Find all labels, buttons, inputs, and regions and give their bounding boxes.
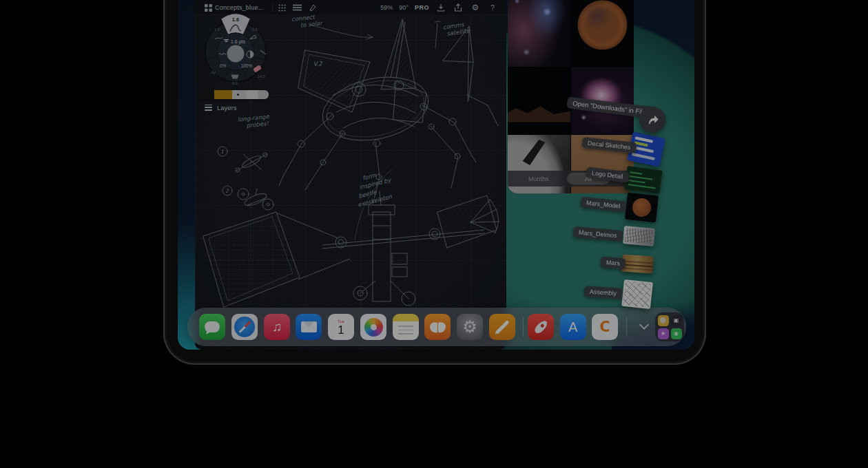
dock-icon-app-store[interactable]: A bbox=[560, 314, 586, 340]
annotation-marker-2: 2 bbox=[225, 188, 229, 194]
palette-selection-dot bbox=[237, 94, 239, 96]
drag-thumb-mars bbox=[621, 254, 654, 273]
drag-thumb-logo bbox=[624, 166, 663, 195]
dock-icon-photos[interactable] bbox=[360, 314, 386, 340]
rocket-icon bbox=[533, 319, 548, 334]
dock-icon-rocket-app[interactable] bbox=[528, 314, 554, 340]
speech-bubble-icon bbox=[205, 321, 220, 332]
drag-item-label: Mars bbox=[600, 257, 626, 269]
mini-app-tips: ⚪ bbox=[658, 315, 669, 326]
annotation-version: V.2 bbox=[313, 60, 322, 67]
chevron-down-icon bbox=[639, 320, 649, 330]
concepts-c-icon: C bbox=[599, 319, 610, 335]
toolbar-divider bbox=[272, 3, 273, 12]
music-note-icon: ♫ bbox=[272, 319, 282, 334]
months-tab[interactable]: Months bbox=[528, 176, 549, 182]
drag-thumb-assembly bbox=[621, 279, 653, 309]
mini-app-star: ★ bbox=[658, 328, 669, 339]
import-icon[interactable] bbox=[435, 2, 446, 13]
segment-size-eraser: 14.5 bbox=[258, 74, 265, 78]
segment-size-left: 1.3 bbox=[214, 28, 220, 32]
dock-icon-mail[interactable] bbox=[296, 314, 322, 340]
pro-badge[interactable]: PRO bbox=[415, 4, 429, 11]
dock-icon-safari[interactable] bbox=[231, 314, 258, 340]
dock-icon-music[interactable]: ♫ bbox=[264, 314, 290, 340]
dock-icon-sketch-app[interactable] bbox=[489, 314, 515, 340]
layers-panel-header[interactable]: Layers bbox=[205, 103, 237, 112]
annotation-probes-line2: probes! bbox=[246, 120, 269, 129]
settings-gear-icon[interactable]: ⚙ bbox=[470, 2, 481, 13]
palette-swatch-black[interactable] bbox=[198, 90, 214, 99]
segment-text-tool: Ag bbox=[210, 70, 216, 74]
layers-lines-icon[interactable] bbox=[292, 2, 303, 13]
dock-icon-settings[interactable]: ⚙ bbox=[457, 314, 483, 340]
dock-icon-messages[interactable] bbox=[199, 314, 225, 340]
export-share-icon[interactable] bbox=[453, 2, 464, 13]
layers-label: Layers bbox=[217, 104, 237, 111]
dock-icon-concepts[interactable]: C bbox=[592, 314, 618, 340]
ipad-device: connect to solar comms satellite V.2 lon… bbox=[163, 0, 706, 365]
drag-thumb-mars-model bbox=[625, 193, 659, 222]
document-title[interactable]: Concepts_blue... bbox=[215, 4, 264, 11]
wheel-center-knob[interactable] bbox=[227, 45, 245, 63]
help-icon[interactable]: ? bbox=[487, 2, 498, 13]
app-store-a-icon: A bbox=[568, 319, 577, 335]
segment-size-right: 3.5 bbox=[252, 28, 258, 32]
rotation-angle[interactable]: 90° bbox=[399, 4, 409, 11]
layers-menu-icon[interactable] bbox=[205, 105, 212, 111]
palette-swatch-gray-selected[interactable] bbox=[232, 90, 246, 99]
color-palette[interactable] bbox=[198, 90, 269, 99]
fill-tool-icon bbox=[231, 75, 238, 78]
drag-thumb-mars-deimos bbox=[623, 226, 655, 246]
pen-icon bbox=[495, 320, 509, 334]
gear-icon: ⚙ bbox=[462, 317, 477, 337]
dot-grid-icon[interactable] bbox=[277, 2, 288, 13]
color-pinwheel-icon bbox=[364, 318, 383, 337]
tool-wheel[interactable]: 1.6 1.3 3.5 14.5 6.9 Ag bbox=[196, 12, 276, 92]
open-book-icon bbox=[430, 322, 445, 332]
dock-divider bbox=[626, 317, 627, 337]
mini-app-camera: ▣ bbox=[671, 315, 682, 326]
selected-tool-size: 1.6 bbox=[232, 17, 239, 23]
mini-app-green: ◉ bbox=[671, 328, 682, 339]
zoom-level[interactable]: 59% bbox=[380, 4, 393, 11]
share-badge bbox=[639, 107, 665, 133]
ipad-screen: connect to solar comms satellite V.2 lon… bbox=[178, 0, 694, 350]
photo-thumb-nebula[interactable] bbox=[508, 0, 570, 67]
stroke-size-value: 1.6 pts bbox=[231, 39, 246, 45]
dock-chevron-down[interactable] bbox=[640, 321, 650, 331]
concepts-window: connect to solar comms satellite V.2 lon… bbox=[195, 0, 506, 350]
envelope-icon bbox=[301, 321, 317, 332]
dock-icon-books[interactable] bbox=[424, 314, 451, 340]
pen-nib-icon[interactable] bbox=[307, 2, 318, 13]
dock-divider bbox=[523, 317, 524, 337]
dock-app-library[interactable]: ⚪ ▣ ★ ◉ bbox=[655, 312, 684, 341]
palette-swatch-light[interactable] bbox=[246, 90, 258, 99]
compass-icon bbox=[234, 317, 255, 337]
calendar-day: 1 bbox=[338, 324, 344, 337]
dock: ♫ Tue 1 ⚙ A C ⚪ ▣ ★ ◉ bbox=[187, 308, 686, 346]
forward-arrow-icon bbox=[645, 114, 659, 126]
opacity-max: 100% bbox=[241, 63, 253, 68]
palette-swatch-gold[interactable] bbox=[214, 90, 232, 99]
annotation-marker-1: 1 bbox=[220, 149, 224, 155]
photo-thumb-mars-globe[interactable] bbox=[571, 0, 634, 67]
dock-icon-calendar[interactable]: Tue 1 bbox=[328, 314, 354, 340]
segment-size-fill: 6.9 bbox=[232, 81, 238, 85]
palette-swatch-lighter[interactable] bbox=[258, 90, 269, 99]
photo-thumb-mars-landscape[interactable] bbox=[508, 67, 570, 134]
dock-icon-notes[interactable] bbox=[393, 314, 419, 340]
opacity-min: 0% bbox=[220, 63, 227, 68]
